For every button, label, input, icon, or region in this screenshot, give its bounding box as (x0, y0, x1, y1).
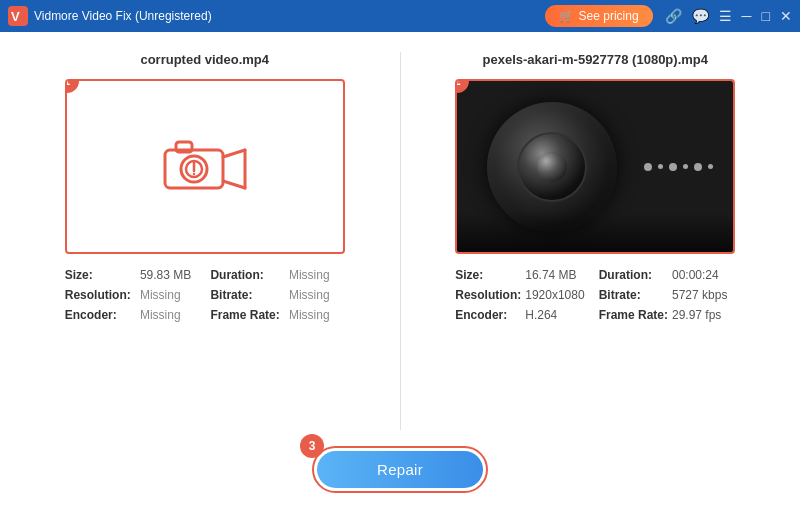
left-duration-value: Missing (289, 268, 345, 282)
light-dot-5 (694, 163, 702, 171)
video-thumbnail (457, 81, 733, 252)
menu-icon[interactable]: ☰ (719, 8, 732, 24)
left-bitrate-value: Missing (289, 288, 345, 302)
lights-row (644, 163, 713, 171)
repair-badge: 3 (300, 434, 324, 458)
right-panel-title: pexels-akari-m-5927778 (1080p).mp4 (483, 52, 708, 67)
left-encoder-label: Encoder: (65, 308, 136, 322)
light-dot-6 (708, 164, 713, 169)
light-dot-1 (644, 163, 652, 171)
svg-text:V: V (11, 9, 20, 24)
video-overlay (457, 212, 733, 252)
window-controls: 🔗 💬 ☰ ─ □ ✕ (665, 8, 792, 24)
main-content: corrupted video.mp4 1 (0, 32, 800, 517)
minimize-icon[interactable]: ─ (742, 8, 752, 24)
left-size-value: 59.83 MB (140, 268, 207, 282)
bottom-area: 3 Repair (30, 430, 770, 497)
app-logo: V (8, 6, 28, 26)
left-badge: 1 (65, 79, 79, 93)
right-framerate-value: 29.97 fps (672, 308, 737, 322)
svg-line-6 (223, 181, 245, 188)
camera-with-error-icon (160, 132, 250, 202)
left-resolution-label: Resolution: (65, 288, 136, 302)
left-duration-label: Duration: (210, 268, 285, 282)
left-encoder-value: Missing (140, 308, 207, 322)
left-info-grid: Size: 59.83 MB Duration: Missing Resolut… (65, 268, 345, 322)
see-pricing-button[interactable]: 🛒 See pricing (545, 5, 653, 27)
lens-center (537, 152, 567, 182)
svg-point-10 (193, 172, 195, 174)
right-info-grid: Size: 16.74 MB Duration: 00:00:24 Resolu… (455, 268, 735, 322)
right-bitrate-value: 5727 kbps (672, 288, 737, 302)
repair-button-border: Repair (312, 446, 488, 493)
reference-video-box[interactable]: 2 (455, 79, 735, 254)
maximize-icon[interactable]: □ (762, 8, 770, 24)
right-bitrate-label: Bitrate: (599, 288, 668, 302)
left-framerate-label: Frame Rate: (210, 308, 285, 322)
app-title: Vidmore Video Fix (Unregistered) (34, 9, 545, 23)
right-duration-value: 00:00:24 (672, 268, 737, 282)
cart-icon: 🛒 (559, 9, 574, 23)
link-icon[interactable]: 🔗 (665, 8, 682, 24)
left-panel: corrupted video.mp4 1 (30, 52, 401, 430)
left-resolution-value: Missing (140, 288, 207, 302)
left-bitrate-label: Bitrate: (210, 288, 285, 302)
close-icon[interactable]: ✕ (780, 8, 792, 24)
light-dot-2 (658, 164, 663, 169)
svg-line-5 (223, 150, 245, 157)
pricing-label: See pricing (579, 9, 639, 23)
right-resolution-value: 1920x1080 (525, 288, 594, 302)
right-size-label: Size: (455, 268, 521, 282)
right-encoder-label: Encoder: (455, 308, 521, 322)
panels-row: corrupted video.mp4 1 (30, 52, 770, 430)
repair-button-wrap: 3 Repair (312, 446, 488, 493)
left-framerate-value: Missing (289, 308, 345, 322)
chat-icon[interactable]: 💬 (692, 8, 709, 24)
light-dot-3 (669, 163, 677, 171)
left-size-label: Size: (65, 268, 136, 282)
lens-inner (517, 132, 587, 202)
left-panel-title: corrupted video.mp4 (140, 52, 269, 67)
titlebar: V Vidmore Video Fix (Unregistered) 🛒 See… (0, 0, 800, 32)
corrupted-video-box[interactable]: 1 (65, 79, 345, 254)
right-encoder-value: H.264 (525, 308, 594, 322)
light-dot-4 (683, 164, 688, 169)
camera-icon-wrap (160, 132, 250, 202)
right-panel: pexels-akari-m-5927778 (1080p).mp4 2 (401, 52, 771, 430)
right-resolution-label: Resolution: (455, 288, 521, 302)
repair-button[interactable]: Repair (317, 451, 483, 488)
svg-rect-4 (176, 142, 192, 152)
right-size-value: 16.74 MB (525, 268, 594, 282)
right-duration-label: Duration: (599, 268, 668, 282)
right-framerate-label: Frame Rate: (599, 308, 668, 322)
